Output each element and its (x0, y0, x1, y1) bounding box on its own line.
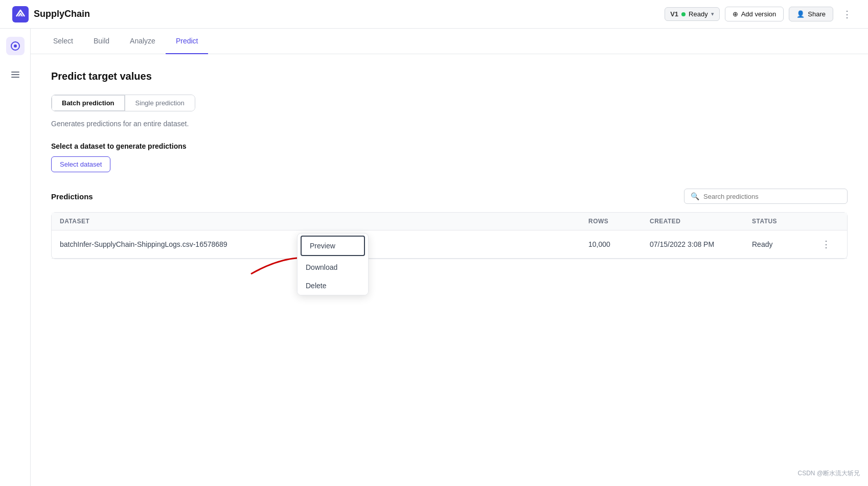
main-content: Select Build Analyze Predict Predict tar… (31, 29, 868, 486)
version-label: V1 (670, 10, 678, 18)
col-created: Created (650, 218, 752, 225)
tab-analyze[interactable]: Analyze (120, 29, 166, 54)
preview-menu-item[interactable]: Preview (301, 236, 365, 256)
status-text: Ready (689, 10, 708, 18)
select-dataset-button[interactable]: Select dataset (51, 156, 110, 172)
col-dataset: Dataset (60, 218, 588, 225)
col-rows: Rows (588, 218, 650, 225)
search-icon: 🔍 (691, 192, 699, 200)
tab-build[interactable]: Build (83, 29, 120, 54)
table-row: batchInfer-SupplyChain-ShippingLogs.csv-… (52, 230, 847, 259)
batch-prediction-tab[interactable]: Batch prediction (52, 95, 125, 111)
main-layout: Select Build Analyze Predict Predict tar… (0, 29, 868, 486)
tab-navigation: Select Build Analyze Predict (31, 29, 868, 54)
status-dot (681, 12, 686, 16)
sidebar-icon-menu[interactable] (6, 65, 25, 84)
version-badge[interactable]: V1 Ready ▾ (665, 7, 719, 21)
share-button[interactable]: 👤 Share (789, 7, 833, 21)
single-prediction-tab[interactable]: Single prediction (125, 95, 195, 111)
more-options-button[interactable]: ⋮ (838, 7, 856, 22)
app-logo: SupplyChain (12, 6, 90, 22)
tab-select[interactable]: Select (43, 29, 83, 54)
download-menu-item[interactable]: Download (298, 258, 368, 276)
svg-point-2 (14, 44, 17, 48)
row-actions-button[interactable]: ⋮ (813, 238, 839, 251)
cell-rows: 10,000 (588, 240, 650, 248)
predictions-table: Dataset Rows Created Status batchInfer-S… (51, 212, 848, 259)
app-title: SupplyChain (34, 9, 90, 19)
page-title: Predict target values (51, 71, 848, 82)
predictions-header: Predictions 🔍 (51, 189, 848, 204)
watermark: CSDN @断水流大斩兄 (797, 469, 860, 478)
search-box[interactable]: 🔍 (684, 189, 848, 204)
search-predictions-input[interactable] (703, 193, 841, 200)
header-right: V1 Ready ▾ ⊕ Add version 👤 Share ⋮ (665, 7, 856, 22)
chevron-down-icon: ▾ (711, 11, 714, 17)
col-status: Status (752, 218, 813, 225)
delete-menu-item[interactable]: Delete (298, 276, 368, 295)
actions-dropdown-menu: Preview Download Delete (297, 233, 369, 295)
table-header: Dataset Rows Created Status (52, 213, 847, 230)
left-sidebar (0, 29, 31, 486)
cell-status: Ready (752, 240, 813, 248)
predictions-title: Predictions (51, 192, 93, 201)
page-content: Predict target values Batch prediction S… (31, 54, 868, 486)
app-logo-icon (12, 6, 29, 22)
plus-icon: ⊕ (733, 10, 738, 18)
tab-predict[interactable]: Predict (166, 29, 209, 54)
prediction-type-toggle: Batch prediction Single prediction (51, 95, 195, 111)
share-icon: 👤 (796, 10, 805, 18)
top-header: SupplyChain V1 Ready ▾ ⊕ Add version 👤 S… (0, 0, 868, 29)
description-text: Generates predictions for an entire data… (51, 120, 848, 128)
dataset-section-label: Select a dataset to generate predictions (51, 142, 848, 150)
sidebar-icon-target[interactable] (6, 37, 25, 55)
col-actions (813, 218, 839, 225)
add-version-button[interactable]: ⊕ Add version (725, 7, 784, 21)
cell-created: 07/15/2022 3:08 PM (650, 240, 752, 248)
